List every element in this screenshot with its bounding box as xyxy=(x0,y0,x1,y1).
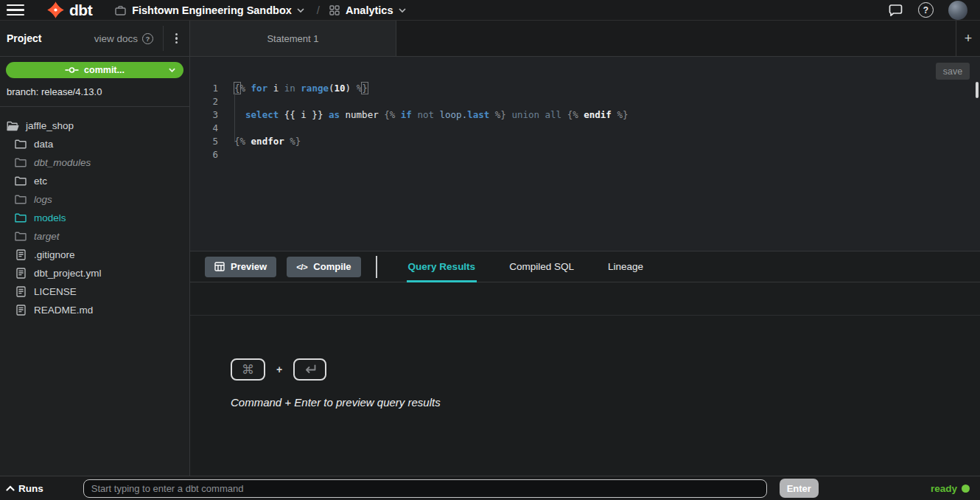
results-panel: ⌘ + Command + Enter to preview query res… xyxy=(190,282,980,476)
folder-icon xyxy=(14,158,27,167)
line-number: 5 xyxy=(190,135,218,148)
shortcut-keys: ⌘ + xyxy=(231,358,441,381)
workspace-label: Fishtown Engineering Sandbox xyxy=(132,4,292,16)
runs-label: Runs xyxy=(18,483,43,494)
enter-key-icon xyxy=(293,358,326,381)
briefcase-icon xyxy=(115,5,126,15)
tree-item-data[interactable]: data xyxy=(0,135,189,153)
project-title: Project xyxy=(0,32,41,44)
compile-button[interactable]: </> Compile xyxy=(287,257,360,277)
hint-text: Command + Enter to preview query results xyxy=(231,396,441,409)
tree-item-label: etc xyxy=(34,176,47,187)
avatar[interactable] xyxy=(948,1,967,20)
project-switcher[interactable]: Analytics xyxy=(329,4,405,16)
code-line-3: 3 select {{ i }} as number {% if not loo… xyxy=(190,108,980,122)
code-line-1: 1{% for i in range(10) %} xyxy=(190,82,980,95)
tree-item-etc[interactable]: etc xyxy=(0,172,189,190)
folder-icon xyxy=(14,232,27,241)
dbt-logo-icon xyxy=(46,1,65,19)
file-icon xyxy=(14,305,27,316)
results-toolbar: Preview </> Compile Query ResultsCompile… xyxy=(190,251,980,282)
tree-item-README.md[interactable]: README.md xyxy=(0,301,189,319)
tab-lineage[interactable]: Lineage xyxy=(606,251,645,282)
tree-item-models[interactable]: models xyxy=(0,209,189,227)
workspace-switcher[interactable]: Fishtown Engineering Sandbox xyxy=(115,4,304,16)
code-editor[interactable]: 1{% for i in range(10) %}23 select {{ i … xyxy=(190,57,980,251)
tree-item-label: dbt_modules xyxy=(34,157,91,168)
status-bar: Runs Enter ready xyxy=(0,476,980,500)
body-row: Project view docs ? commit... br xyxy=(0,21,980,476)
line-number: 3 xyxy=(190,108,218,122)
hamburger-menu-button[interactable] xyxy=(7,4,24,16)
kebab-menu-button[interactable] xyxy=(163,26,189,51)
tree-item-target[interactable]: target xyxy=(0,227,189,246)
git-commit-icon xyxy=(65,66,79,74)
toolbar-divider xyxy=(376,256,377,278)
chevron-down-icon xyxy=(297,8,304,13)
tab-query-results[interactable]: Query Results xyxy=(407,251,477,282)
editor-scrollbar[interactable] xyxy=(976,82,979,98)
compile-label: Compile xyxy=(313,261,351,272)
topbar-actions: ? xyxy=(888,1,980,20)
folder-icon xyxy=(14,139,27,149)
commit-section: commit... xyxy=(0,57,189,78)
file-icon xyxy=(14,268,27,279)
chat-button[interactable] xyxy=(888,3,903,18)
view-docs-link[interactable]: view docs ? xyxy=(94,33,153,44)
tree-item-label: dbt_project.yml xyxy=(34,268,102,279)
folder-icon xyxy=(14,176,27,186)
tree-item-.gitignore[interactable]: .gitignore xyxy=(0,246,189,264)
save-button[interactable]: save xyxy=(936,63,970,80)
command-input[interactable] xyxy=(83,479,767,498)
enter-button[interactable]: Enter xyxy=(780,479,819,498)
kebab-icon xyxy=(175,33,178,44)
sidebar-header: Project view docs ? xyxy=(0,21,189,57)
table-grid-icon xyxy=(214,262,225,271)
help-icon: ? xyxy=(918,2,934,18)
tree-item-dbt_modules[interactable]: dbt_modules xyxy=(0,153,189,172)
tree-item-label: logs xyxy=(34,194,52,205)
tree-item-logs[interactable]: logs xyxy=(0,190,189,209)
runs-toggle[interactable]: Runs xyxy=(6,483,43,494)
tree-item-LICENSE[interactable]: LICENSE xyxy=(0,282,189,301)
tree-item-label: jaffle_shop xyxy=(26,120,74,131)
dbt-logo: dbt xyxy=(46,1,92,19)
grid-icon xyxy=(329,5,340,15)
dbt-ide-app: dbt Fishtown Engineering Sandbox / Analy… xyxy=(0,0,980,500)
tree-item-label: .gitignore xyxy=(34,249,75,260)
folder-open-icon xyxy=(6,121,19,131)
new-tab-button[interactable]: + xyxy=(956,21,980,56)
tree-item-label: LICENSE xyxy=(34,286,77,297)
tree-item-jaffle_shop[interactable]: jaffle_shop xyxy=(0,117,189,135)
command-key-icon: ⌘ xyxy=(231,358,265,381)
env-label: Analytics xyxy=(346,4,393,16)
question-circle-icon: ? xyxy=(142,33,153,44)
tree-item-dbt_project.yml[interactable]: dbt_project.yml xyxy=(0,264,189,282)
tree-item-label: target xyxy=(34,231,60,242)
ready-label: ready xyxy=(931,483,957,494)
line-number: 6 xyxy=(190,148,218,162)
sidebar: Project view docs ? commit... br xyxy=(0,21,190,476)
line-number: 1 xyxy=(190,82,218,95)
plus-separator: + xyxy=(276,364,282,375)
code-line-5: 5{% endfor %} xyxy=(190,135,980,148)
indent-guide xyxy=(234,92,235,142)
preview-button[interactable]: Preview xyxy=(205,257,276,277)
preview-label: Preview xyxy=(231,261,267,272)
tab-statement-1[interactable]: Statement 1 xyxy=(190,21,396,56)
code-text: {% endfor %} xyxy=(234,135,301,148)
help-button[interactable]: ? xyxy=(918,2,934,18)
code-line-2: 2 xyxy=(190,95,980,108)
folder-icon xyxy=(14,195,27,204)
tab-compiled-sql[interactable]: Compiled SQL xyxy=(508,251,575,282)
commit-button[interactable]: commit... xyxy=(6,62,183,78)
dbt-logo-text: dbt xyxy=(69,2,92,18)
file-icon xyxy=(14,249,27,260)
editor-tab-bar: Statement 1 + xyxy=(190,21,980,57)
chevron-down-icon xyxy=(399,8,406,13)
chevron-up-icon xyxy=(6,485,15,491)
ready-status: ready xyxy=(931,483,970,494)
ready-dot-icon xyxy=(962,485,970,493)
chevron-down-icon xyxy=(169,68,175,72)
view-docs-label: view docs xyxy=(94,33,138,44)
